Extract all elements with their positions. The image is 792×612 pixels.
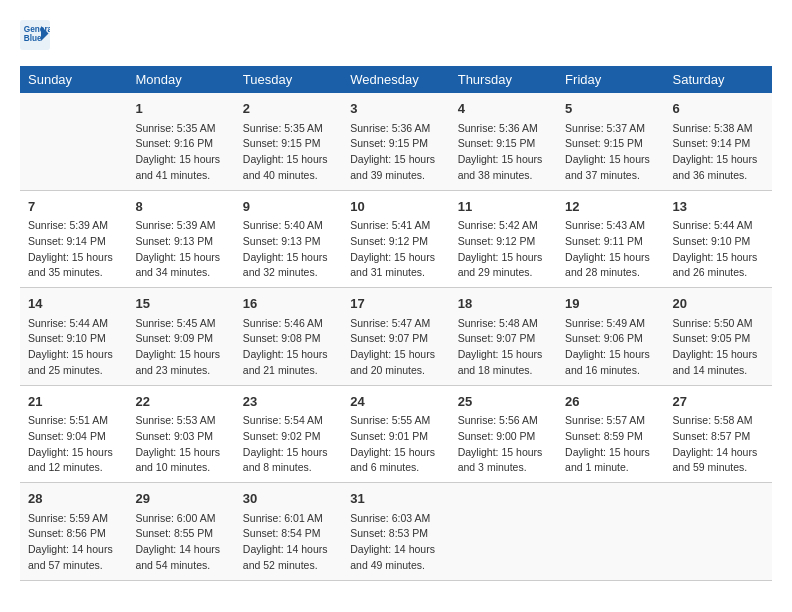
day-number: 1 [135, 99, 226, 119]
day-number: 31 [350, 489, 441, 509]
day-info: Sunrise: 5:39 AM Sunset: 9:14 PM Dayligh… [28, 218, 119, 281]
day-info: Sunrise: 5:35 AM Sunset: 9:15 PM Dayligh… [243, 121, 334, 184]
day-info: Sunrise: 5:57 AM Sunset: 8:59 PM Dayligh… [565, 413, 656, 476]
calendar-table: SundayMondayTuesdayWednesdayThursdayFrid… [20, 66, 772, 581]
calendar-cell: 15Sunrise: 5:45 AM Sunset: 9:09 PM Dayli… [127, 288, 234, 386]
header-row: SundayMondayTuesdayWednesdayThursdayFrid… [20, 66, 772, 93]
calendar-cell: 2Sunrise: 5:35 AM Sunset: 9:15 PM Daylig… [235, 93, 342, 190]
day-number: 12 [565, 197, 656, 217]
day-number: 21 [28, 392, 119, 412]
day-number: 11 [458, 197, 549, 217]
calendar-cell: 14Sunrise: 5:44 AM Sunset: 9:10 PM Dayli… [20, 288, 127, 386]
day-number: 5 [565, 99, 656, 119]
calendar-cell: 20Sunrise: 5:50 AM Sunset: 9:05 PM Dayli… [665, 288, 772, 386]
day-info: Sunrise: 5:49 AM Sunset: 9:06 PM Dayligh… [565, 316, 656, 379]
day-number: 30 [243, 489, 334, 509]
day-info: Sunrise: 6:00 AM Sunset: 8:55 PM Dayligh… [135, 511, 226, 574]
day-number: 18 [458, 294, 549, 314]
logo-icon: General Blue [20, 20, 50, 50]
day-info: Sunrise: 5:48 AM Sunset: 9:07 PM Dayligh… [458, 316, 549, 379]
calendar-cell: 31Sunrise: 6:03 AM Sunset: 8:53 PM Dayli… [342, 483, 449, 581]
column-header-friday: Friday [557, 66, 664, 93]
day-number: 9 [243, 197, 334, 217]
day-info: Sunrise: 5:58 AM Sunset: 8:57 PM Dayligh… [673, 413, 764, 476]
day-info: Sunrise: 5:39 AM Sunset: 9:13 PM Dayligh… [135, 218, 226, 281]
calendar-cell: 3Sunrise: 5:36 AM Sunset: 9:15 PM Daylig… [342, 93, 449, 190]
day-info: Sunrise: 5:50 AM Sunset: 9:05 PM Dayligh… [673, 316, 764, 379]
day-number: 22 [135, 392, 226, 412]
day-info: Sunrise: 5:35 AM Sunset: 9:16 PM Dayligh… [135, 121, 226, 184]
day-info: Sunrise: 5:44 AM Sunset: 9:10 PM Dayligh… [673, 218, 764, 281]
day-info: Sunrise: 5:37 AM Sunset: 9:15 PM Dayligh… [565, 121, 656, 184]
day-number: 3 [350, 99, 441, 119]
day-number: 2 [243, 99, 334, 119]
day-number: 16 [243, 294, 334, 314]
day-info: Sunrise: 5:44 AM Sunset: 9:10 PM Dayligh… [28, 316, 119, 379]
day-number: 4 [458, 99, 549, 119]
day-info: Sunrise: 5:38 AM Sunset: 9:14 PM Dayligh… [673, 121, 764, 184]
day-info: Sunrise: 5:53 AM Sunset: 9:03 PM Dayligh… [135, 413, 226, 476]
calendar-cell: 5Sunrise: 5:37 AM Sunset: 9:15 PM Daylig… [557, 93, 664, 190]
column-header-saturday: Saturday [665, 66, 772, 93]
calendar-cell: 24Sunrise: 5:55 AM Sunset: 9:01 PM Dayli… [342, 385, 449, 483]
day-info: Sunrise: 5:41 AM Sunset: 9:12 PM Dayligh… [350, 218, 441, 281]
calendar-cell: 12Sunrise: 5:43 AM Sunset: 9:11 PM Dayli… [557, 190, 664, 288]
day-number: 19 [565, 294, 656, 314]
day-number: 23 [243, 392, 334, 412]
day-info: Sunrise: 5:36 AM Sunset: 9:15 PM Dayligh… [458, 121, 549, 184]
calendar-cell: 4Sunrise: 5:36 AM Sunset: 9:15 PM Daylig… [450, 93, 557, 190]
logo: General Blue [20, 20, 54, 50]
calendar-body: 1Sunrise: 5:35 AM Sunset: 9:16 PM Daylig… [20, 93, 772, 580]
week-row-2: 7Sunrise: 5:39 AM Sunset: 9:14 PM Daylig… [20, 190, 772, 288]
week-row-1: 1Sunrise: 5:35 AM Sunset: 9:16 PM Daylig… [20, 93, 772, 190]
calendar-cell [665, 483, 772, 581]
column-header-sunday: Sunday [20, 66, 127, 93]
calendar-cell: 23Sunrise: 5:54 AM Sunset: 9:02 PM Dayli… [235, 385, 342, 483]
day-number: 26 [565, 392, 656, 412]
day-number: 14 [28, 294, 119, 314]
calendar-cell: 29Sunrise: 6:00 AM Sunset: 8:55 PM Dayli… [127, 483, 234, 581]
svg-text:Blue: Blue [24, 34, 42, 43]
calendar-cell: 1Sunrise: 5:35 AM Sunset: 9:16 PM Daylig… [127, 93, 234, 190]
calendar-cell: 30Sunrise: 6:01 AM Sunset: 8:54 PM Dayli… [235, 483, 342, 581]
column-header-thursday: Thursday [450, 66, 557, 93]
day-info: Sunrise: 5:45 AM Sunset: 9:09 PM Dayligh… [135, 316, 226, 379]
day-info: Sunrise: 6:03 AM Sunset: 8:53 PM Dayligh… [350, 511, 441, 574]
day-number: 28 [28, 489, 119, 509]
calendar-cell [557, 483, 664, 581]
week-row-3: 14Sunrise: 5:44 AM Sunset: 9:10 PM Dayli… [20, 288, 772, 386]
calendar-cell [450, 483, 557, 581]
calendar-cell: 21Sunrise: 5:51 AM Sunset: 9:04 PM Dayli… [20, 385, 127, 483]
column-header-wednesday: Wednesday [342, 66, 449, 93]
day-info: Sunrise: 5:51 AM Sunset: 9:04 PM Dayligh… [28, 413, 119, 476]
calendar-cell: 18Sunrise: 5:48 AM Sunset: 9:07 PM Dayli… [450, 288, 557, 386]
day-info: Sunrise: 5:59 AM Sunset: 8:56 PM Dayligh… [28, 511, 119, 574]
day-number: 10 [350, 197, 441, 217]
calendar-cell: 27Sunrise: 5:58 AM Sunset: 8:57 PM Dayli… [665, 385, 772, 483]
calendar-cell: 26Sunrise: 5:57 AM Sunset: 8:59 PM Dayli… [557, 385, 664, 483]
day-info: Sunrise: 5:40 AM Sunset: 9:13 PM Dayligh… [243, 218, 334, 281]
day-number: 6 [673, 99, 764, 119]
day-info: Sunrise: 5:54 AM Sunset: 9:02 PM Dayligh… [243, 413, 334, 476]
calendar-header: SundayMondayTuesdayWednesdayThursdayFrid… [20, 66, 772, 93]
day-number: 27 [673, 392, 764, 412]
calendar-cell: 25Sunrise: 5:56 AM Sunset: 9:00 PM Dayli… [450, 385, 557, 483]
calendar-cell: 11Sunrise: 5:42 AM Sunset: 9:12 PM Dayli… [450, 190, 557, 288]
calendar-cell: 9Sunrise: 5:40 AM Sunset: 9:13 PM Daylig… [235, 190, 342, 288]
day-info: Sunrise: 5:55 AM Sunset: 9:01 PM Dayligh… [350, 413, 441, 476]
column-header-tuesday: Tuesday [235, 66, 342, 93]
calendar-cell: 22Sunrise: 5:53 AM Sunset: 9:03 PM Dayli… [127, 385, 234, 483]
day-info: Sunrise: 5:43 AM Sunset: 9:11 PM Dayligh… [565, 218, 656, 281]
calendar-cell: 10Sunrise: 5:41 AM Sunset: 9:12 PM Dayli… [342, 190, 449, 288]
page-header: General Blue [20, 20, 772, 50]
column-header-monday: Monday [127, 66, 234, 93]
day-number: 7 [28, 197, 119, 217]
calendar-cell: 7Sunrise: 5:39 AM Sunset: 9:14 PM Daylig… [20, 190, 127, 288]
calendar-cell: 19Sunrise: 5:49 AM Sunset: 9:06 PM Dayli… [557, 288, 664, 386]
week-row-4: 21Sunrise: 5:51 AM Sunset: 9:04 PM Dayli… [20, 385, 772, 483]
day-info: Sunrise: 5:47 AM Sunset: 9:07 PM Dayligh… [350, 316, 441, 379]
day-number: 29 [135, 489, 226, 509]
calendar-cell: 13Sunrise: 5:44 AM Sunset: 9:10 PM Dayli… [665, 190, 772, 288]
week-row-5: 28Sunrise: 5:59 AM Sunset: 8:56 PM Dayli… [20, 483, 772, 581]
day-info: Sunrise: 5:46 AM Sunset: 9:08 PM Dayligh… [243, 316, 334, 379]
